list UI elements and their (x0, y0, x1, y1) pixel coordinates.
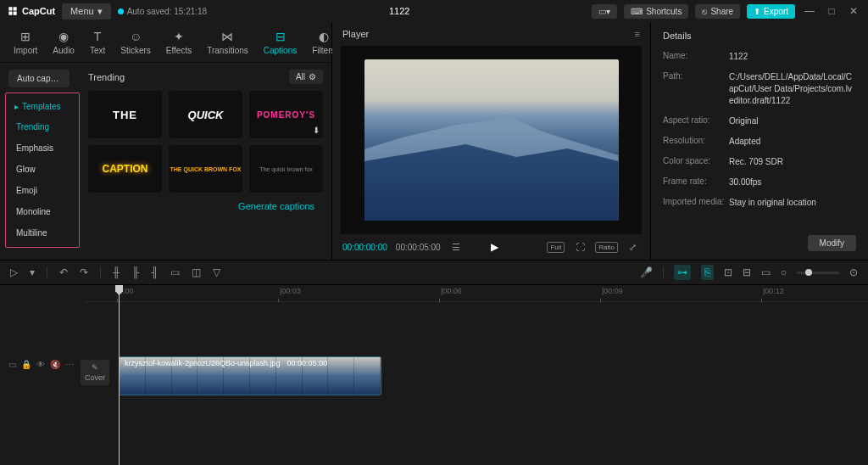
play-button[interactable]: ▶ (491, 241, 498, 253)
chevron-down-icon[interactable]: ▾ (30, 266, 35, 278)
track-toggle-icon[interactable]: ▭ (8, 360, 16, 369)
mic-icon[interactable]: 🎤 (640, 266, 653, 278)
import-icon: ⊞ (18, 29, 33, 44)
share-button[interactable]: ⎋ Share (695, 4, 740, 19)
details-title: Details (663, 31, 856, 41)
clip-label: krzysztof-kowalik-2pnozU26QBo-unsplash.j… (125, 359, 327, 367)
fullscreen-icon[interactable]: ⤢ (626, 242, 640, 253)
category-multiline[interactable]: Multiline (6, 222, 79, 244)
split-left-icon[interactable]: ╟ (132, 266, 140, 278)
export-button[interactable]: ⬆ Export (747, 4, 795, 19)
filters-icon: ◐ (316, 29, 331, 44)
preview-icon[interactable]: ▭ (761, 266, 771, 278)
tab-text[interactable]: TText (83, 25, 112, 59)
align-icon[interactable]: ⊟ (743, 266, 751, 278)
download-icon[interactable]: ⬇ (313, 126, 320, 135)
template-card[interactable]: CAPTION (88, 145, 162, 193)
timeline-ruler[interactable]: 0:00 |00:03 |00:06 |00:09 |00:12 (85, 285, 868, 302)
full-badge[interactable]: Full (547, 242, 565, 253)
modify-button[interactable]: Modify (808, 235, 856, 251)
detail-imported-media: Stay in original location (729, 197, 856, 209)
category-templates[interactable]: ▸ Templates (6, 97, 79, 116)
close-button[interactable]: ✕ (846, 3, 861, 19)
tab-transitions[interactable]: ⋈Transitions (200, 25, 255, 59)
text-icon: T (90, 29, 105, 44)
tab-captions[interactable]: ⊟Captions (257, 25, 303, 59)
template-card[interactable]: THE QUICK BROWN FOX (169, 145, 242, 193)
status-dot-icon (118, 8, 124, 14)
timeline-tracks[interactable]: 0:00 |00:03 |00:06 |00:09 |00:12 krzyszt… (85, 285, 868, 465)
template-card[interactable]: QUICK (169, 91, 242, 138)
auto-captions-button[interactable]: Auto captio... (8, 70, 70, 87)
chevron-down-icon: ▾ (97, 6, 103, 17)
category-glow[interactable]: Glow (6, 159, 79, 180)
zoom-out-icon[interactable]: ○ (781, 266, 787, 278)
asset-tabs: ⊞Import ◉Audio TText ☺Stickers ✦Effects … (0, 22, 331, 63)
stickers-icon: ☺ (128, 29, 143, 44)
titlebar: CapCut Menu▾ Auto saved: 15:21:18 1122 ▭… (0, 0, 868, 22)
duration-time: 00:00:05:00 (396, 243, 441, 252)
tab-effects[interactable]: ✦Effects (159, 25, 198, 59)
detail-frame-rate: 30.00fps (729, 176, 856, 188)
template-card[interactable]: THE (88, 91, 162, 138)
category-emoji[interactable]: Emoji (6, 180, 79, 201)
autosave-status: Auto saved: 15:21:18 (118, 7, 208, 16)
transitions-icon: ⋈ (220, 29, 235, 44)
category-trending[interactable]: Trending (6, 116, 79, 137)
caption-categories: ▸ Templates Trending Emphasis Glow Emoji… (5, 92, 80, 248)
shield-icon[interactable]: ▽ (213, 266, 220, 278)
detail-resolution: Adapted (729, 136, 856, 148)
magnetic-icon[interactable]: ⊶ (674, 265, 691, 280)
menu-button[interactable]: Menu▾ (62, 3, 111, 20)
eye-icon[interactable]: 👁 (36, 360, 45, 369)
crop-tool-icon[interactable]: ◫ (192, 266, 201, 278)
player-title: Player (342, 29, 369, 39)
video-clip[interactable]: krzysztof-kowalik-2pnozU26QBo-unsplash.j… (119, 356, 381, 395)
template-card[interactable]: The quick brown fox (249, 145, 323, 193)
playhead[interactable] (119, 285, 120, 465)
tab-import[interactable]: ⊞Import (7, 25, 44, 59)
tab-stickers[interactable]: ☺Stickers (114, 25, 158, 59)
split-icon[interactable]: ╫ (113, 266, 120, 278)
link-icon[interactable]: ⎘ (701, 265, 714, 280)
generate-captions-button[interactable]: Generate captions (238, 201, 314, 211)
zoom-slider[interactable] (797, 272, 839, 274)
player-preview[interactable] (341, 46, 642, 234)
category-emphasis[interactable]: Emphasis (6, 137, 79, 159)
app-logo: CapCut (7, 5, 55, 17)
captions-icon: ⊟ (273, 29, 288, 44)
split-right-icon[interactable]: ╢ (151, 266, 159, 278)
filter-icon: ⚙ (309, 72, 316, 81)
detail-name: 1122 (729, 51, 856, 63)
mute-icon[interactable]: 🔇 (50, 360, 60, 369)
template-card[interactable]: POMEROY'S⬇ (249, 91, 323, 138)
player-panel: Player ≡ 00:00:00:00 00:00:05:00 ☰ ▶ Ful… (332, 22, 651, 260)
zoom-fit-icon[interactable]: ⊙ (849, 266, 858, 278)
selection-tool-icon[interactable]: ▷ (10, 266, 18, 278)
undo-icon[interactable]: ↶ (59, 266, 68, 278)
detail-path: C:/Users/DELL/AppData/Local/CapCut/User … (729, 71, 856, 107)
minimize-button[interactable]: — (802, 3, 817, 19)
lock-icon[interactable]: 🔒 (21, 360, 31, 369)
layout-button[interactable]: ▭▾ (592, 4, 617, 19)
crop-icon[interactable]: ⛶ (573, 242, 587, 252)
snap-icon[interactable]: ⊡ (724, 266, 732, 278)
effects-icon: ✦ (171, 29, 186, 44)
grid-section-title: Trending (88, 72, 125, 82)
shortcuts-button[interactable]: ⌨ Shortcuts (624, 4, 688, 19)
category-monoline[interactable]: Monoline (6, 201, 79, 222)
details-panel: Details Name:1122 Path:C:/Users/DELL/App… (651, 22, 868, 260)
ratio-badge[interactable]: Ratio (595, 242, 618, 253)
redo-icon[interactable]: ↷ (80, 266, 88, 278)
more-icon[interactable]: ⋯ (65, 360, 74, 369)
timeline-toolbar: ▷ ▾ ↶ ↷ ╫ ╟ ╢ ▭ ◫ ▽ 🎤 ⊶ ⎘ ⊡ ⊟ ▭ ○ ⊙ (0, 260, 868, 285)
delete-icon[interactable]: ▭ (170, 266, 180, 278)
detail-aspect-ratio: Original (729, 115, 856, 127)
player-menu-icon[interactable]: ≡ (635, 29, 640, 39)
filter-all-button[interactable]: All ⚙ (289, 70, 323, 84)
tab-audio[interactable]: ◉Audio (46, 25, 81, 59)
list-icon[interactable]: ☰ (449, 242, 463, 253)
detail-color-space: Rec. 709 SDR (729, 156, 856, 168)
player-controls: 00:00:00:00 00:00:05:00 ☰ ▶ Full ⛶ Ratio… (332, 234, 650, 260)
maximize-button[interactable]: □ (824, 3, 839, 19)
